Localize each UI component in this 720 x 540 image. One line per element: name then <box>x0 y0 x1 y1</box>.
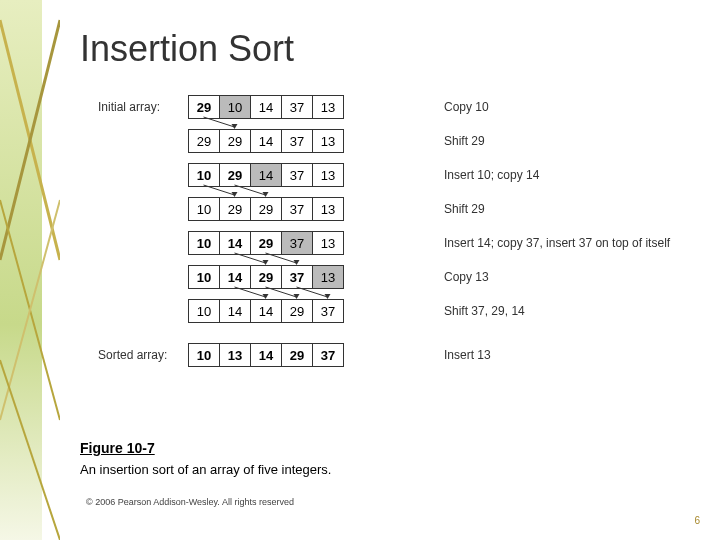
array-cell: 13 <box>313 129 344 153</box>
array-cell: 37 <box>282 163 313 187</box>
array-state-row: 1014293713Copy 13 <box>98 264 680 290</box>
array-cell: 14 <box>251 129 282 153</box>
array-state-row: Initial array:2910143713Copy 10 <box>98 94 680 120</box>
array-cell: 29 <box>251 197 282 221</box>
array-cells: 1014293713 <box>188 231 344 255</box>
array-cell: 29 <box>282 343 313 367</box>
array-cell: 10 <box>220 95 251 119</box>
array-cell: 14 <box>220 265 251 289</box>
array-cell: 37 <box>282 95 313 119</box>
array-state-row: Sorted array:1013142937Insert 13 <box>98 342 680 368</box>
step-action-text: Insert 10; copy 14 <box>444 168 539 182</box>
array-cells: 2929143713 <box>188 129 344 153</box>
array-state-row: 1014142937Shift 37, 29, 14 <box>98 298 680 324</box>
array-cell: 37 <box>313 299 344 323</box>
array-cell: 13 <box>313 231 344 255</box>
array-cell: 14 <box>251 163 282 187</box>
array-cell: 10 <box>188 163 220 187</box>
array-cell: 13 <box>313 163 344 187</box>
copyright-text: © 2006 Pearson Addison-Wesley. All right… <box>86 497 680 507</box>
array-cell: 37 <box>313 343 344 367</box>
array-cells: 1014142937 <box>188 299 344 323</box>
array-cell: 29 <box>188 95 220 119</box>
step-action-text: Insert 14; copy 37, insert 37 on top of … <box>444 236 670 250</box>
step-action-text: Shift 29 <box>444 134 485 148</box>
array-cell: 29 <box>282 299 313 323</box>
array-cells: 1029143713 <box>188 163 344 187</box>
array-cell: 10 <box>188 231 220 255</box>
array-cell: 10 <box>188 343 220 367</box>
array-cells: 1029293713 <box>188 197 344 221</box>
array-cells: 1013142937 <box>188 343 344 367</box>
array-cell: 29 <box>220 129 251 153</box>
page-title: Insertion Sort <box>80 28 680 70</box>
step-action-text: Shift 29 <box>444 202 485 216</box>
array-cell: 14 <box>251 299 282 323</box>
array-cell: 13 <box>313 197 344 221</box>
array-cell: 10 <box>188 299 220 323</box>
array-cell: 37 <box>282 197 313 221</box>
array-cell: 10 <box>188 197 220 221</box>
array-cells: 1014293713 <box>188 265 344 289</box>
array-cell: 37 <box>282 129 313 153</box>
array-state-row: 1029293713Shift 29 <box>98 196 680 222</box>
array-cell: 14 <box>220 231 251 255</box>
array-state-row: 2929143713Shift 29 <box>98 128 680 154</box>
array-cell: 29 <box>220 163 251 187</box>
array-cell: 29 <box>188 129 220 153</box>
array-cell: 37 <box>282 265 313 289</box>
step-action-text: Insert 13 <box>444 348 491 362</box>
figure-insertion-sort: Initial array:2910143713Copy 10292914371… <box>98 94 680 424</box>
step-action-text: Copy 13 <box>444 270 489 284</box>
array-cell: 29 <box>251 231 282 255</box>
array-state-row: 1014293713Insert 14; copy 37, insert 37 … <box>98 230 680 256</box>
step-action-text: Copy 10 <box>444 100 489 114</box>
array-cell: 37 <box>282 231 313 255</box>
array-cell: 13 <box>313 265 344 289</box>
array-cell: 13 <box>220 343 251 367</box>
array-cell: 29 <box>251 265 282 289</box>
array-cell: 14 <box>220 299 251 323</box>
figure-caption: An insertion sort of an array of five in… <box>80 462 680 477</box>
row-label-left: Initial array: <box>98 100 188 114</box>
step-action-text: Shift 37, 29, 14 <box>444 304 525 318</box>
array-cell: 13 <box>313 95 344 119</box>
array-cell: 29 <box>220 197 251 221</box>
array-cell: 14 <box>251 343 282 367</box>
row-label-left: Sorted array: <box>98 348 188 362</box>
array-cell: 14 <box>251 95 282 119</box>
slide-number: 6 <box>694 515 700 526</box>
array-state-row: 1029143713Insert 10; copy 14 <box>98 162 680 188</box>
array-cells: 2910143713 <box>188 95 344 119</box>
array-cell: 10 <box>188 265 220 289</box>
figure-label: Figure 10-7 <box>80 440 680 456</box>
